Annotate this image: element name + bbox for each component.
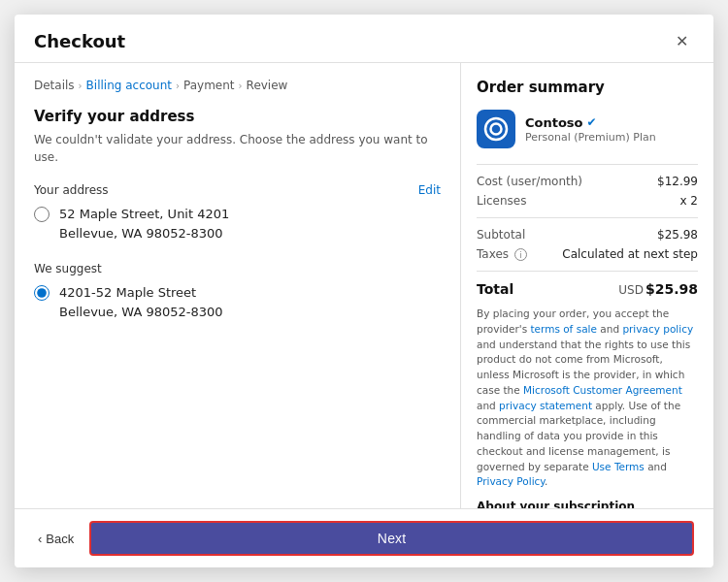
subtotal-label: Subtotal — [477, 228, 525, 242]
address-text-2: 4201-52 Maple Street Bellevue, WA 98052-… — [59, 283, 223, 321]
divider-1 — [477, 164, 698, 165]
next-button[interactable]: Next — [89, 521, 694, 556]
taxes-label: Taxes i — [477, 247, 527, 261]
section-title: Verify your address — [34, 108, 441, 125]
cost-row: Cost (user/month) $12.99 — [477, 175, 698, 188]
section-desc: We couldn't validate your address. Choos… — [34, 131, 441, 166]
cost-label: Cost (user/month) — [477, 175, 582, 188]
legal-text: By placing your order, you accept the pr… — [477, 307, 698, 490]
subtotal-row: Subtotal $25.98 — [477, 228, 698, 242]
breadcrumb-billing[interactable]: Billing account — [86, 79, 172, 92]
about-title: About your subscription — [477, 500, 698, 508]
dialog-title: Checkout — [34, 31, 125, 51]
product-plan: Personal (Premium) Plan — [525, 131, 656, 144]
licenses-value: x 2 — [679, 194, 698, 208]
taxes-value: Calculated at next step — [562, 247, 698, 261]
licenses-row: Licenses x 2 — [477, 194, 698, 208]
verified-icon: ✔ — [587, 115, 597, 129]
cost-value: $12.99 — [657, 175, 698, 188]
svg-point-0 — [485, 118, 507, 140]
privacy-statement-link[interactable]: privacy statement — [499, 400, 592, 411]
total-row: Total USD$25.98 — [477, 281, 698, 297]
total-value: USD$25.98 — [618, 281, 698, 297]
divider-3 — [477, 271, 698, 272]
left-panel: Details › Billing account › Payment › Re… — [15, 63, 461, 508]
checkout-dialog: Checkout ✕ Details › Billing account › P… — [15, 15, 713, 567]
dialog-body: Details › Billing account › Payment › Re… — [15, 63, 713, 508]
privacy-policy2-link[interactable]: Privacy Policy — [477, 475, 545, 487]
right-panel: Order summary Contoso ✔ Personal (Premiu… — [461, 63, 713, 508]
product-row: Contoso ✔ Personal (Premium) Plan — [477, 110, 698, 148]
address-radio-2[interactable] — [34, 285, 50, 301]
breadcrumb: Details › Billing account › Payment › Re… — [34, 79, 441, 92]
subtotal-value: $25.98 — [657, 228, 698, 242]
terms-of-sale-link[interactable]: terms of sale — [530, 323, 597, 335]
address-text-1: 52 Maple Street, Unit 4201 Bellevue, WA … — [59, 205, 229, 242]
close-button[interactable]: ✕ — [670, 30, 694, 52]
order-summary-title: Order summary — [477, 79, 698, 96]
total-currency: USD — [618, 283, 644, 297]
taxes-info-icon[interactable]: i — [514, 248, 527, 261]
dialog-header: Checkout ✕ — [15, 15, 713, 63]
breadcrumb-sep-1: › — [79, 81, 83, 91]
back-button[interactable]: ‹ Back — [34, 526, 78, 552]
breadcrumb-review[interactable]: Review — [247, 79, 288, 92]
address-option-2: 4201-52 Maple Street Bellevue, WA 98052-… — [34, 283, 441, 321]
breadcrumb-sep-3: › — [239, 81, 243, 91]
breadcrumb-payment[interactable]: Payment — [183, 79, 235, 92]
address-radio-1[interactable] — [34, 207, 50, 222]
total-label: Total — [477, 281, 513, 297]
address-option-1: 52 Maple Street, Unit 4201 Bellevue, WA … — [34, 205, 441, 242]
privacy-policy-link[interactable]: privacy policy — [622, 323, 693, 335]
your-address-group: Your address Edit — [34, 183, 441, 197]
back-label: Back — [46, 532, 74, 546]
product-name: Contoso — [525, 115, 583, 130]
breadcrumb-details[interactable]: Details — [34, 79, 75, 92]
use-terms-link[interactable]: Use Terms — [592, 461, 645, 472]
breadcrumb-sep-2: › — [176, 81, 180, 91]
we-suggest-label: We suggest — [34, 262, 441, 275]
svg-point-1 — [491, 124, 502, 135]
dialog-footer: ‹ Back Next — [15, 508, 713, 567]
taxes-row: Taxes i Calculated at next step — [477, 247, 698, 261]
product-info: Contoso ✔ Personal (Premium) Plan — [525, 115, 656, 144]
your-address-label: Your address — [34, 183, 109, 197]
product-icon — [477, 110, 515, 148]
divider-2 — [477, 217, 698, 218]
edit-link[interactable]: Edit — [418, 183, 441, 197]
back-arrow-icon: ‹ — [38, 532, 42, 546]
licenses-label: Licenses — [477, 194, 527, 208]
microsoft-customer-agreement-link[interactable]: Microsoft Customer Agreement — [523, 384, 682, 396]
